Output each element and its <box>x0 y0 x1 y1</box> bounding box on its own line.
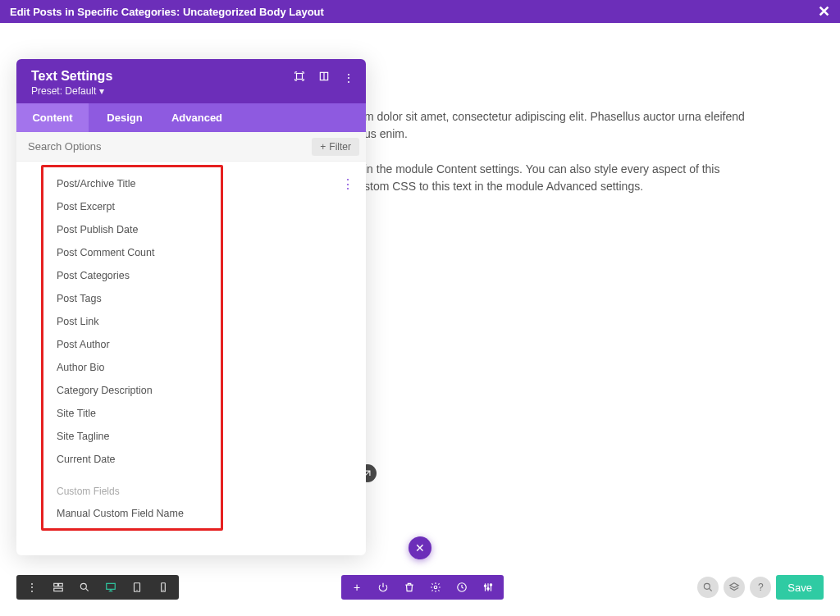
dropdown-item[interactable]: Author Bio <box>43 356 221 379</box>
svg-point-20 <box>484 585 486 586</box>
sliders-icon[interactable] <box>476 577 500 598</box>
history-icon[interactable] <box>450 577 474 598</box>
tab-design[interactable]: Design <box>89 103 161 132</box>
search-icon[interactable] <box>697 577 719 598</box>
top-bar: Edit Posts in Specific Categories: Uncat… <box>0 0 840 23</box>
panel-body: ⋮ Post/Archive Title Post Excerpt Post P… <box>16 162 366 555</box>
dropdown-item[interactable]: Post Link <box>43 310 221 333</box>
svg-point-22 <box>490 584 491 586</box>
dropdown-item[interactable]: Post Categories <box>43 264 221 287</box>
svg-line-7 <box>85 588 88 591</box>
svg-rect-8 <box>107 583 116 589</box>
dynamic-content-dropdown: Post/Archive Title Post Excerpt Post Pub… <box>41 165 223 531</box>
dropdown-section-label: Custom Fields <box>43 471 221 502</box>
dropdown-item[interactable]: Site Tagline <box>43 425 221 448</box>
layers-icon[interactable] <box>724 577 745 598</box>
more-icon[interactable]: ⋮ <box>343 71 354 84</box>
body-line: in the module Content settings. You can … <box>364 162 719 176</box>
gear-icon[interactable] <box>423 577 448 598</box>
svg-rect-0 <box>297 74 303 80</box>
page-body-text: m dolor sit amet, consectetur adipiscing… <box>364 108 807 213</box>
wireframe-view-icon[interactable] <box>46 577 71 598</box>
dropdown-item[interactable]: Post Comment Count <box>43 241 221 264</box>
section-more-icon[interactable]: ⋮ <box>341 176 354 192</box>
svg-point-21 <box>487 588 489 590</box>
body-line: us enim. <box>364 127 408 140</box>
dropdown-item[interactable]: Post Publish Date <box>43 218 221 241</box>
page-title: Edit Posts in Specific Categories: Uncat… <box>10 6 324 18</box>
zoom-icon[interactable] <box>72 577 97 598</box>
dropdown-item[interactable]: Post/Archive Title <box>43 172 221 195</box>
tab-advanced[interactable]: Advanced <box>161 103 233 132</box>
svg-point-23 <box>705 583 710 589</box>
phone-view-icon[interactable] <box>151 577 176 598</box>
filter-label: Filter <box>329 141 351 153</box>
right-buttons: ? Save <box>697 575 824 600</box>
collapse-builder-button[interactable]: ✕ <box>409 536 431 559</box>
svg-rect-3 <box>54 583 58 586</box>
tab-content[interactable]: Content <box>16 103 89 132</box>
dropdown-item[interactable]: Post Excerpt <box>43 195 221 218</box>
menu-icon[interactable]: ⋮ <box>20 577 44 598</box>
dropdown-item[interactable]: Category Description <box>43 379 221 402</box>
preset-dropdown[interactable]: Preset: Default ▾ <box>31 85 351 97</box>
svg-rect-4 <box>59 583 63 586</box>
svg-rect-5 <box>54 588 63 591</box>
expand-icon[interactable] <box>294 71 305 84</box>
action-bar: + <box>341 575 504 600</box>
view-bar: ⋮ <box>16 575 179 600</box>
filter-button[interactable]: + Filter <box>312 138 359 156</box>
trash-icon[interactable] <box>397 577 422 598</box>
power-icon[interactable] <box>371 577 395 598</box>
dropdown-item[interactable]: Post Tags <box>43 287 221 310</box>
add-icon[interactable]: + <box>345 577 369 598</box>
dropdown-item[interactable]: Post Author <box>43 333 221 356</box>
chevron-down-icon: ▾ <box>99 85 104 97</box>
close-icon[interactable]: ✕ <box>818 2 830 21</box>
panel-header[interactable]: Text Settings Preset: Default ▾ ⋮ <box>16 59 366 103</box>
search-row: + Filter <box>16 132 366 162</box>
columns-icon[interactable] <box>318 71 330 84</box>
panel-tabs: Content Design Advanced <box>16 103 366 132</box>
tablet-view-icon[interactable] <box>125 577 149 598</box>
help-icon[interactable]: ? <box>750 577 771 598</box>
svg-line-24 <box>710 588 712 591</box>
body-line: m dolor sit amet, consectetur adipiscing… <box>364 110 745 123</box>
desktop-view-icon[interactable] <box>98 577 123 598</box>
preset-label: Preset: Default <box>31 85 96 97</box>
dropdown-item[interactable]: Current Date <box>43 448 221 471</box>
dropdown-item[interactable]: Site Title <box>43 402 221 425</box>
search-input[interactable] <box>16 132 305 161</box>
svg-point-6 <box>80 583 86 589</box>
plus-icon: + <box>320 141 326 153</box>
text-settings-panel: Text Settings Preset: Default ▾ ⋮ Conten… <box>16 59 366 555</box>
body-line: stom CSS to this text in the module Adva… <box>364 180 643 193</box>
svg-point-15 <box>434 586 437 589</box>
save-button[interactable]: Save <box>776 575 824 600</box>
bottom-toolbar-row: ⋮ + <box>0 575 840 600</box>
dropdown-item[interactable]: Manual Custom Field Name <box>43 502 221 525</box>
